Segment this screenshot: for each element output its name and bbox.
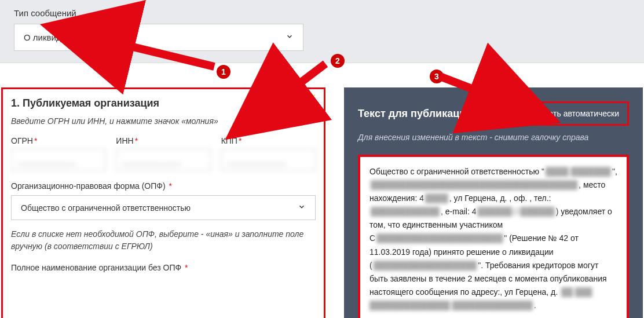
message-type-select[interactable]: О ликвидации ЮЛ	[14, 24, 303, 51]
opf-value: Общество с ограниченной ответственностью	[21, 203, 191, 213]
opf-select[interactable]: Общество с ограниченной ответственностью	[11, 195, 316, 220]
top-panel: Тип сообщений О ликвидации ЮЛ	[0, 0, 644, 63]
publication-text-panel: Текст для публикации Формировать автомат…	[344, 87, 643, 318]
annotation-badge-1: 1	[217, 65, 230, 79]
bolt-icon[interactable]: ⚡	[305, 94, 318, 107]
publication-preview: Общество с ограниченной ответственностью…	[358, 155, 629, 318]
ogrn-input[interactable]	[11, 149, 105, 171]
chevron-down-icon	[286, 32, 294, 42]
chevron-down-icon	[298, 203, 306, 213]
section-title: 1. Публикуемая организация	[11, 97, 316, 109]
annotation-badge-2: 2	[331, 54, 345, 68]
message-type-value: О ликвидации ЮЛ	[24, 32, 97, 42]
inn-label: ИНН*	[116, 136, 210, 145]
hint-text: Введите ОГРН или ИНН, и нажмите значок «…	[11, 116, 316, 126]
right-title: Текст для публикации	[358, 108, 472, 120]
message-type-label: Тип сообщений	[14, 8, 630, 18]
opf-label: Организационно-правовая форма (ОПФ) *	[11, 181, 316, 191]
kpp-input[interactable]	[221, 149, 316, 171]
publishing-org-panel: ⚡ 1. Публикуемая организация Введите ОГР…	[1, 87, 325, 318]
right-hint: Для внесения изменений в текст - снимите…	[358, 133, 629, 142]
arrow-2	[290, 64, 325, 91]
opf-hint: Если в списке нет необходимой ОПФ, выбер…	[11, 228, 316, 253]
checkbox-icon	[494, 108, 506, 119]
auto-generate-label: Формировать автоматически	[510, 109, 619, 118]
inn-input[interactable]	[116, 149, 210, 171]
kpp-label: КПП*	[221, 136, 316, 145]
ogrn-label: ОГРН*	[11, 136, 105, 145]
fullname-label: Полное наименование организации без ОПФ …	[11, 263, 316, 272]
auto-generate-toggle[interactable]: Формировать автоматически	[484, 101, 629, 126]
annotation-badge-3: 3	[430, 70, 444, 83]
